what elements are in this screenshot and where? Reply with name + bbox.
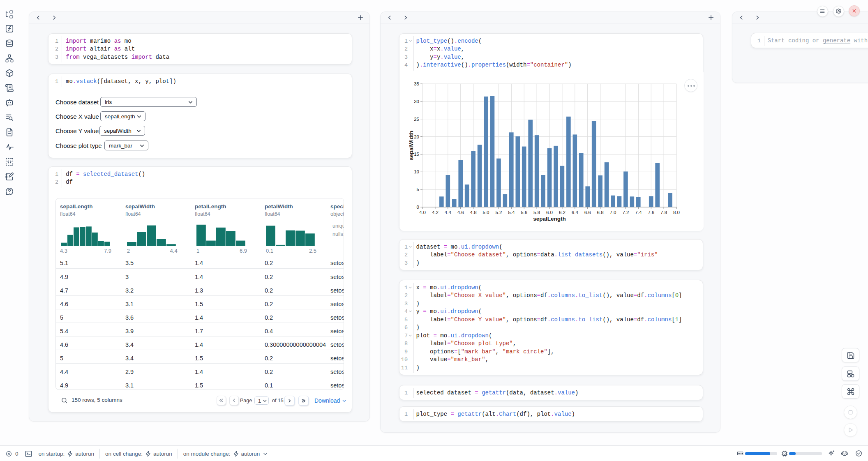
svg-text:4.8: 4.8 — [470, 210, 477, 215]
svg-text:4.4: 4.4 — [445, 210, 452, 215]
svg-text:6.8: 6.8 — [597, 210, 604, 215]
svg-text:7.8: 7.8 — [660, 210, 667, 215]
svg-text:5.2: 5.2 — [495, 210, 502, 215]
svg-text:5: 5 — [417, 187, 419, 192]
svg-text:5.4: 5.4 — [508, 210, 515, 215]
svg-text:6.0: 6.0 — [546, 210, 553, 215]
svg-text:7.2: 7.2 — [622, 210, 629, 215]
svg-text:0: 0 — [417, 205, 419, 210]
svg-text:6.2: 6.2 — [559, 210, 566, 215]
svg-text:4.6: 4.6 — [457, 210, 464, 215]
svg-text:5.6: 5.6 — [521, 210, 527, 215]
svg-text:25: 25 — [414, 117, 419, 122]
svg-text:5.8: 5.8 — [533, 210, 540, 215]
svg-text:30: 30 — [414, 99, 419, 104]
svg-text:10: 10 — [414, 169, 419, 174]
svg-text:7.0: 7.0 — [610, 210, 616, 215]
svg-text:sepalWidth: sepalWidth — [408, 131, 414, 160]
svg-text:4.2: 4.2 — [432, 210, 439, 215]
svg-text:7.4: 7.4 — [635, 210, 642, 215]
svg-text:6.4: 6.4 — [572, 210, 579, 215]
svg-text:sepalLength: sepalLength — [533, 216, 566, 222]
svg-text:7.6: 7.6 — [648, 210, 654, 215]
svg-text:15: 15 — [414, 152, 419, 157]
svg-text:8.0: 8.0 — [673, 210, 680, 215]
svg-text:4.0: 4.0 — [419, 210, 426, 215]
svg-text:20: 20 — [414, 134, 419, 139]
svg-text:6.6: 6.6 — [584, 210, 591, 215]
svg-text:5.0: 5.0 — [483, 210, 489, 215]
svg-text:35: 35 — [414, 81, 419, 86]
